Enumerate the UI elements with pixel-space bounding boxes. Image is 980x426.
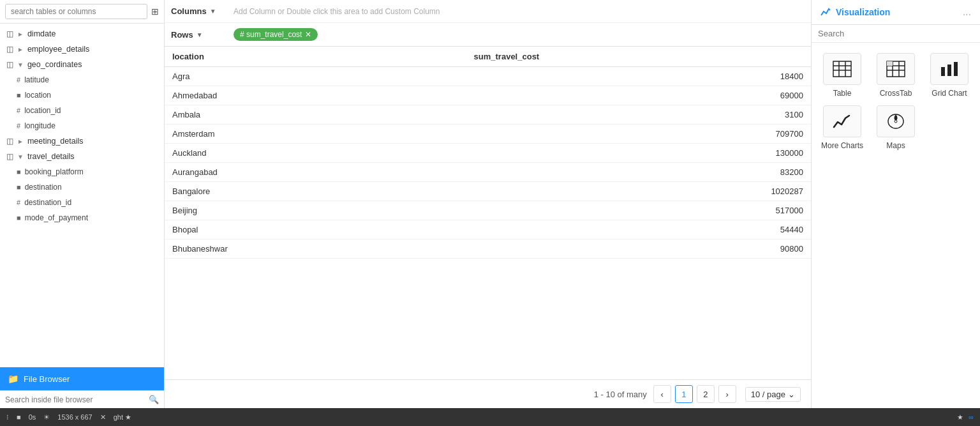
expand-arrow-dimdate: ► <box>17 31 24 38</box>
sidebar-item-mode-of-payment[interactable]: ■ mode_of_payment <box>0 210 164 225</box>
main-content: Columns ▼ Add Column or Double click thi… <box>165 0 811 408</box>
viz-item-table[interactable]: Table <box>819 53 865 98</box>
cell-value-8: 54440 <box>466 220 811 240</box>
viz-search-input[interactable] <box>818 29 974 38</box>
chip-close-icon[interactable]: ✕ <box>305 30 311 39</box>
pagination-next[interactable]: › <box>718 385 736 403</box>
sidebar-item-location-id[interactable]: # location_id <box>0 103 164 118</box>
label-booking-platform: booking_platform <box>25 167 84 176</box>
viz-icon-box-table <box>823 53 861 85</box>
label-travel-details: travel_details <box>27 152 75 161</box>
pagination-prev[interactable]: ‹ <box>653 385 671 403</box>
table-area: location sum_travel_cost Agra18400Ahmeda… <box>165 47 811 408</box>
status-close-icon[interactable]: ✕ <box>100 413 106 422</box>
viz-title: Visualization <box>820 7 890 18</box>
toolbar-columns-hint: Add Column or Double click this area to … <box>234 7 440 16</box>
text-icon-mode-payment: ■ <box>17 214 21 222</box>
cell-value-4: 130000 <box>466 144 811 163</box>
status-right-icons: ★ ∞ <box>957 413 974 422</box>
status-pin-icon[interactable]: ★ <box>957 413 963 422</box>
viz-header: Visualization ... <box>812 0 980 25</box>
grid-icon[interactable]: ⊞ <box>151 6 159 17</box>
toolbar-rows-label[interactable]: Rows ▼ <box>171 30 228 40</box>
cell-location-3: Amsterdam <box>165 125 466 144</box>
svg-rect-12 <box>947 65 951 76</box>
cell-value-1: 69000 <box>466 86 811 105</box>
cell-value-9: 90800 <box>466 240 811 259</box>
number-icon-destination-id: # <box>17 199 20 206</box>
label-mode-of-payment: mode_of_payment <box>25 213 88 222</box>
sidebar-item-destination-id[interactable]: # destination_id <box>0 195 164 210</box>
folder-icon: 📁 <box>8 374 19 384</box>
table-row: Agra18400 <box>165 67 811 86</box>
table-row: Auckland130000 <box>165 144 811 163</box>
label-destination: destination <box>25 183 62 192</box>
viz-item-label-maps: Maps <box>886 141 905 150</box>
cell-location-7: Beijing <box>165 201 466 220</box>
label-longitude: longitude <box>24 121 56 130</box>
crosstab-viz-icon <box>886 61 905 77</box>
sidebar-item-employee-details[interactable]: ◫ ► employee_details <box>0 42 164 57</box>
label-destination-id: destination_id <box>24 198 71 207</box>
viz-icon-box-crosstab <box>877 53 915 85</box>
toolbar-rows-row: Rows ▼ # sum_travel_cost ✕ <box>165 23 811 46</box>
sidebar-item-geo-cordinates[interactable]: ◫ ▼ geo_cordinates <box>0 57 164 72</box>
sidebar-item-destination[interactable]: ■ destination <box>0 179 164 195</box>
cell-location-1: Ahmedabad <box>165 86 466 105</box>
number-icon-latitude: # <box>17 76 20 84</box>
sidebar-scrollable: ◫ ► dimdate ◫ ► employee_details ◫ ▼ geo… <box>0 24 164 367</box>
viz-item-maps[interactable]: Maps <box>873 105 919 150</box>
viz-item-gridchart[interactable]: Grid Chart <box>926 53 972 98</box>
columns-dropdown-arrow[interactable]: ▼ <box>210 8 216 15</box>
svg-rect-10 <box>887 61 893 66</box>
cell-location-6: Bangalore <box>165 182 466 201</box>
viz-icon-box-maps <box>877 105 915 137</box>
expand-arrow-meeting: ► <box>17 138 24 145</box>
viz-more-button[interactable]: ... <box>963 6 971 18</box>
viz-grid: Table CrossTab <box>812 43 980 160</box>
viz-item-crosstab[interactable]: CrossTab <box>873 53 919 98</box>
file-browser-label: File Browser <box>24 374 70 384</box>
pagination-page-1[interactable]: 1 <box>675 385 693 403</box>
cell-value-2: 3100 <box>466 105 811 125</box>
page-size-arrow: ⌄ <box>788 390 795 399</box>
right-panel: Visualization ... Table <box>811 0 980 408</box>
viz-icon-box-gridchart <box>930 53 969 85</box>
rows-dropdown-arrow[interactable]: ▼ <box>197 31 203 38</box>
sidebar-item-meeting-details[interactable]: ◫ ► meeting_details <box>0 133 164 149</box>
search-input[interactable] <box>5 4 147 19</box>
cell-value-7: 517000 <box>466 201 811 220</box>
pagination-page-size[interactable]: 10 / page ⌄ <box>745 387 801 402</box>
rows-chip[interactable]: # sum_travel_cost ✕ <box>234 28 318 41</box>
table-scroll[interactable]: location sum_travel_cost Agra18400Ahmeda… <box>165 47 811 379</box>
morecharts-viz-icon <box>833 113 852 130</box>
label-location-id: location_id <box>24 106 61 115</box>
viz-item-label-morecharts: More Charts <box>821 141 863 150</box>
status-link-icon[interactable]: ∞ <box>969 413 974 422</box>
sidebar-item-location[interactable]: ■ location <box>0 87 164 103</box>
table-row: Ambala3100 <box>165 105 811 125</box>
table-icon-geo: ◫ <box>6 60 13 69</box>
label-geo-cordinates: geo_cordinates <box>27 60 82 69</box>
pagination-page-2[interactable]: 2 <box>697 385 715 403</box>
status-bar: ⁝ ■ 0s ☀ 980 x 426 ✕ ght ★ ★ ∞ <box>0 408 980 426</box>
viz-item-label-table: Table <box>833 89 852 98</box>
cell-value-0: 18400 <box>466 67 811 86</box>
sidebar-item-dimdate[interactable]: ◫ ► dimdate <box>0 26 164 42</box>
table-row: Ahmedabad69000 <box>165 86 811 105</box>
text-icon-booking: ■ <box>17 168 21 176</box>
sidebar-item-latitude[interactable]: # latitude <box>0 72 164 87</box>
viz-item-label-gridchart: Grid Chart <box>932 89 967 98</box>
svg-rect-0 <box>833 61 851 77</box>
sidebar-item-longitude[interactable]: # longitude <box>0 118 164 133</box>
toolbar-columns-label[interactable]: Columns ▼ <box>171 6 228 16</box>
viz-item-morecharts[interactable]: More Charts <box>819 105 865 150</box>
sidebar-item-booking-platform[interactable]: ■ booking_platform <box>0 164 164 179</box>
cell-value-6: 1020287 <box>466 182 811 201</box>
sidebar-item-travel-details[interactable]: ◫ ▼ travel_details <box>0 149 164 164</box>
table-viz-icon <box>833 61 852 77</box>
text-icon-location: ■ <box>17 91 21 99</box>
label-location: location <box>25 91 51 100</box>
file-browser-search-input[interactable] <box>5 395 145 404</box>
file-browser-button[interactable]: 📁 File Browser <box>0 367 164 390</box>
